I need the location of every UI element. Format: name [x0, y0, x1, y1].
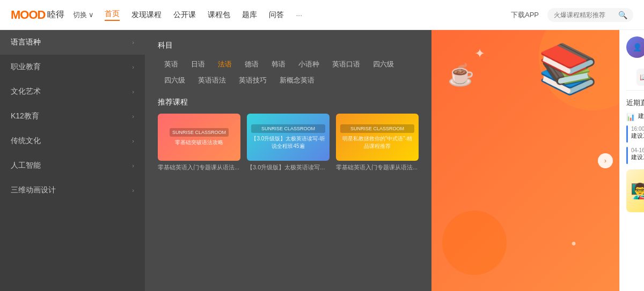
live-item-0[interactable]: 📊 建设工程项目的组织与...: [626, 112, 644, 121]
course-name-0: 零基础英语入门专题课从语法...: [158, 163, 240, 171]
thumb-label-1: SUNRISE CLASSROOM: [251, 124, 325, 133]
action-notes-icon[interactable]: 📖: [636, 69, 645, 86]
thumb-title-1: 【3.0升级版】太极英语读写-听说全程班45遍: [251, 135, 325, 150]
thumb-label-0: SUNRISE CLASSROOM: [170, 128, 229, 137]
live-section: 近期直播课 📅 📊 建设工程项目的组织与... 16:00 建设工程项目的组织与…: [626, 98, 644, 164]
course-name-1: 【3.0升级版】太极英语读写...: [247, 163, 330, 171]
course-thumb-2: SUNRISE CLASSROOM 明星私教拯救你的"中式语"-精品课程推荐: [336, 114, 419, 161]
nav-item-quiz[interactable]: 题库: [242, 10, 257, 20]
star-deco: ✦: [474, 46, 485, 61]
sidebar-item-ai[interactable]: 人工智能 ›: [0, 153, 145, 178]
thumb-label-2: SUNRISE CLASSROOM: [340, 124, 414, 133]
subject-tag-minor-lang[interactable]: 小语种: [292, 58, 326, 71]
chevron-right-icon: ›: [132, 162, 134, 169]
subject-tag-french[interactable]: 法语: [211, 58, 238, 71]
live-name-1: 建设工程项目的组织与...: [631, 132, 644, 140]
right-panel: 👤 183****2345 积分：567 退出 📖 ⭐ 💬 近期直播课 📅 📊 …: [619, 30, 644, 291]
chevron-right-icon: ›: [132, 187, 134, 193]
hero-banner: 📚 ☕ ✦ ● ›: [431, 30, 619, 291]
dot-deco: ●: [571, 238, 576, 248]
live-text-2: 04-16 建设工程项目的组织与...: [631, 147, 644, 161]
live-text-1: 16:00 建设工程项目的组织与...: [631, 125, 644, 140]
recommended-section: 推荐课程 SUNRISE CLASSROOM 零基础突破语法攻略 零基础英语入门…: [145, 92, 431, 177]
sidebar-item-traditional[interactable]: 传统文化 ›: [0, 129, 145, 153]
live-text-0: 建设工程项目的组织与...: [638, 112, 644, 120]
live-time-2: 04-16: [631, 147, 644, 153]
main-content: 语言语种 › 职业教育 › 文化艺术 › K12教育 › 传统文化 › 人工智能…: [0, 30, 644, 291]
left-sidebar: 语言语种 › 职业教育 › 文化艺术 › K12教育 › 传统文化 › 人工智能…: [0, 30, 145, 291]
nav-items: 首页 发现课程 公开课 课程包 题库 问答 ···: [105, 9, 511, 21]
sidebar-item-3d[interactable]: 三维动画设计 ›: [0, 178, 145, 203]
course-name-2: 零基础英语入门专题课从语法...: [336, 163, 419, 171]
subject-tag-japanese[interactable]: 日语: [185, 58, 211, 71]
chevron-right-icon: ›: [132, 64, 134, 70]
logo: MOOD 睦得: [11, 8, 64, 22]
live-item-2[interactable]: 04-16 建设工程项目的组织与...: [626, 147, 644, 164]
thumb-title-2: 明星私教拯救你的"中式语"-精品课程推荐: [340, 135, 414, 150]
sidebar-item-language[interactable]: 语言语种 ›: [0, 30, 145, 55]
subject-tag-german[interactable]: 德语: [238, 58, 265, 71]
subject-tag-skills[interactable]: 英语技巧: [232, 74, 273, 87]
ad-content: 👨‍🏫 暑期初中教学开课啦 教学内容为你量身上 点击查看 👩‍🎓: [626, 169, 644, 212]
nav-item-more[interactable]: ···: [296, 11, 302, 19]
live-time-1: 16:00: [631, 126, 644, 132]
user-actions: 📖 ⭐ 💬: [626, 64, 644, 91]
subject-tag-46-1[interactable]: 四六级: [367, 58, 400, 71]
sidebar-item-culture-art[interactable]: 文化艺术 ›: [0, 79, 145, 104]
course-card-2[interactable]: SUNRISE CLASSROOM 明星私教拯救你的"中式语"-精品课程推荐 零…: [336, 114, 419, 171]
chevron-right-icon: ›: [132, 113, 134, 120]
logo-cn: 睦得: [47, 9, 64, 20]
course-card-1[interactable]: SUNRISE CLASSROOM 【3.0升级版】太极英语读写-听说全程班45…: [247, 114, 330, 171]
subject-tag-english[interactable]: 英语: [158, 58, 185, 71]
chevron-right-icon: ›: [132, 138, 134, 144]
nav-item-qa[interactable]: 问答: [269, 10, 284, 20]
nav-item-package[interactable]: 课程包: [208, 10, 230, 20]
live-bar-2: [626, 147, 628, 164]
chevron-right-icon: ›: [132, 88, 134, 95]
download-app-btn[interactable]: 下载APP: [511, 10, 539, 20]
book-deco: 📚: [538, 41, 598, 97]
live-header: 近期直播课 📅: [626, 98, 644, 108]
course-thumb-0: SUNRISE CLASSROOM 零基础突破语法攻略: [158, 114, 240, 161]
sidebar-item-k12[interactable]: K12教育 ›: [0, 104, 145, 129]
nav-item-home[interactable]: 首页: [105, 9, 120, 21]
live-bar-chart-icon: 📊: [626, 113, 635, 121]
nav-item-open[interactable]: 公开课: [173, 10, 196, 20]
ad-banner[interactable]: 👨‍🏫 暑期初中教学开课啦 教学内容为你量身上 点击查看 👩‍🎓: [626, 169, 644, 212]
nav-item-discover[interactable]: 发现课程: [131, 10, 162, 20]
recommended-title: 推荐课程: [158, 98, 419, 107]
header: MOOD 睦得 切换 ∨ 首页 发现课程 公开课 课程包 题库 问答 ··· 下…: [0, 0, 644, 30]
subjects-grid: 英语 日语 法语 德语 韩语 小语种 英语口语 四六级 四六级 英语语法 英语技…: [158, 58, 419, 87]
dropdown-panel: 科目 英语 日语 法语 德语 韩语 小语种 英语口语 四六级 四六级 英语语法 …: [145, 30, 431, 291]
subjects-title: 科目: [158, 41, 419, 50]
search-box[interactable]: 🔍: [547, 8, 633, 22]
thumb-title-0: 零基础突破语法攻略: [170, 139, 229, 146]
mug-deco: ☕: [448, 62, 474, 87]
chevron-right-icon: ›: [132, 39, 134, 46]
subjects-section: 科目 英语 日语 法语 德语 韩语 小语种 英语口语 四六级 四六级 英语语法 …: [145, 30, 431, 92]
logo-brand: MOOD: [11, 8, 45, 22]
search-input[interactable]: [554, 11, 618, 19]
subject-tag-46-2[interactable]: 四六级: [158, 74, 192, 87]
subject-tag-korean[interactable]: 韩语: [265, 58, 292, 71]
nav-switch[interactable]: 切换 ∨: [73, 10, 94, 20]
course-cards: SUNRISE CLASSROOM 零基础突破语法攻略 零基础英语入门专题课从语…: [158, 114, 419, 171]
live-title: 近期直播课: [626, 98, 644, 108]
sidebar-item-vocational[interactable]: 职业教育 ›: [0, 55, 145, 79]
search-icon: 🔍: [618, 11, 627, 19]
course-thumb-1: SUNRISE CLASSROOM 【3.0升级版】太极英语读写-听说全程班45…: [247, 114, 330, 161]
deco-circle-2: [442, 211, 507, 275]
subject-tag-grammar[interactable]: 英语语法: [192, 74, 232, 87]
subject-tag-spoken[interactable]: 英语口语: [326, 58, 367, 71]
subject-tag-new-concept[interactable]: 新概念英语: [273, 74, 321, 87]
live-item-1[interactable]: 16:00 建设工程项目的组织与...: [626, 125, 644, 143]
live-bar-1: [626, 125, 628, 143]
user-section: 👤 183****2345 积分：567 退出: [626, 36, 644, 58]
live-name-2: 建设工程项目的组织与...: [631, 153, 644, 161]
live-name-0: 建设工程项目的组织与...: [638, 112, 644, 120]
ad-person-icon: 👨‍🏫: [631, 182, 644, 200]
hero-next-arrow[interactable]: ›: [598, 153, 613, 168]
course-card-0[interactable]: SUNRISE CLASSROOM 零基础突破语法攻略 零基础英语入门专题课从语…: [158, 114, 240, 171]
avatar: 👤: [626, 36, 644, 58]
